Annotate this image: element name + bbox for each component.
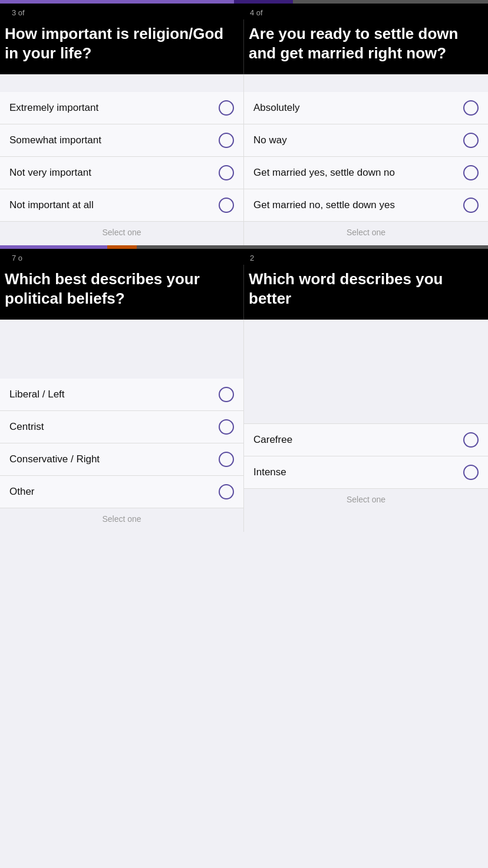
select-one-hint-right-2: Select one — [244, 489, 488, 512]
counter-q2: 4 of — [244, 8, 476, 17]
option-label: Absolutely — [253, 102, 459, 114]
radio-button[interactable] — [219, 133, 234, 148]
progress-fill-2c — [137, 245, 488, 249]
option-label: Other — [9, 486, 214, 498]
option-label: No way — [253, 134, 459, 146]
option-label: Get married yes, settle down no — [253, 167, 459, 179]
option-extremely-important[interactable]: Extremely important — [0, 92, 243, 124]
question-title-1a: How important is religion/God in your li… — [0, 19, 244, 74]
question-card-2: 7 o 2 Which best describes your politica… — [0, 245, 488, 320]
question-title-2a: Which best describes your political beli… — [0, 265, 244, 320]
option-label: Extremely important — [9, 102, 214, 114]
option-label: Liberal / Left — [9, 389, 214, 400]
options-col-left-1: Extremely important Somewhat important N… — [0, 74, 244, 245]
select-one-hint-left-1: Select one — [0, 222, 243, 245]
counter-row-2: 7 o 2 — [0, 249, 488, 265]
option-absolutely[interactable]: Absolutely — [244, 92, 488, 124]
option-centrist[interactable]: Centrist — [0, 411, 243, 443]
question-title-1b: Are you ready to settle down and get mar… — [244, 19, 488, 74]
options-col-right-2: Carefree Intense Select one — [244, 320, 488, 532]
radio-button[interactable] — [463, 133, 479, 148]
titles-row-1: How important is religion/God in your li… — [0, 19, 488, 74]
progress-fill-2b — [107, 245, 137, 249]
option-married-yes-settle-no[interactable]: Get married yes, settle down no — [244, 157, 488, 189]
progress-fill-2a — [0, 245, 107, 249]
select-one-hint-right-1: Select one — [244, 222, 488, 245]
select-one-hint-left-2: Select one — [0, 508, 243, 532]
options-col-right-1: Absolutely No way Get married yes, settl… — [244, 74, 488, 245]
option-no-way[interactable]: No way — [244, 124, 488, 157]
option-carefree[interactable]: Carefree — [244, 423, 488, 456]
radio-button[interactable] — [219, 484, 234, 499]
radio-button[interactable] — [219, 100, 234, 116]
radio-button[interactable] — [463, 465, 479, 480]
option-label: Get married no, settle down yes — [253, 199, 459, 211]
options-col-left-2: Liberal / Left Centrist Conservative / R… — [0, 320, 244, 532]
options-area-2: Liberal / Left Centrist Conservative / R… — [0, 320, 488, 532]
option-label: Somewhat important — [9, 134, 214, 146]
question-card-1: 3 of 4 of How important is religion/God … — [0, 0, 488, 74]
option-somewhat-important[interactable]: Somewhat important — [0, 124, 243, 157]
radio-button[interactable] — [219, 419, 234, 435]
option-married-no-settle-yes[interactable]: Get married no, settle down yes — [244, 189, 488, 222]
option-label: Centrist — [9, 421, 214, 433]
radio-button[interactable] — [463, 100, 479, 116]
question-title-2b: Which word describes you better — [244, 265, 488, 320]
option-other[interactable]: Other — [0, 476, 243, 508]
option-label: Conservative / Right — [9, 453, 214, 465]
progress-fill-1a — [0, 0, 234, 4]
progress-fill-1c — [293, 0, 488, 4]
option-conservative-right[interactable]: Conservative / Right — [0, 443, 243, 476]
radio-button[interactable] — [219, 198, 234, 213]
radio-button[interactable] — [463, 198, 479, 213]
option-label: Not very important — [9, 167, 214, 179]
progress-bar-1 — [0, 0, 488, 4]
radio-button[interactable] — [219, 387, 234, 402]
counter-q3: 7 o — [12, 254, 244, 262]
option-label: Intense — [253, 466, 459, 478]
option-label: Not important at all — [9, 199, 214, 211]
radio-button[interactable] — [463, 165, 479, 180]
progress-fill-1b — [234, 0, 292, 4]
radio-button[interactable] — [463, 432, 479, 448]
option-label: Carefree — [253, 434, 459, 446]
progress-bar-2 — [0, 245, 488, 249]
counter-q1: 3 of — [12, 8, 244, 17]
counter-row-1: 3 of 4 of — [0, 4, 488, 19]
titles-row-2: Which best describes your political beli… — [0, 265, 488, 320]
option-intense[interactable]: Intense — [244, 456, 488, 489]
option-not-important-at-all[interactable]: Not important at all — [0, 189, 243, 222]
radio-button[interactable] — [219, 452, 234, 467]
options-area-1: Extremely important Somewhat important N… — [0, 74, 488, 245]
counter-q4: 2 — [244, 254, 476, 262]
option-not-very-important[interactable]: Not very important — [0, 157, 243, 189]
radio-button[interactable] — [219, 165, 234, 180]
option-liberal-left[interactable]: Liberal / Left — [0, 379, 243, 411]
